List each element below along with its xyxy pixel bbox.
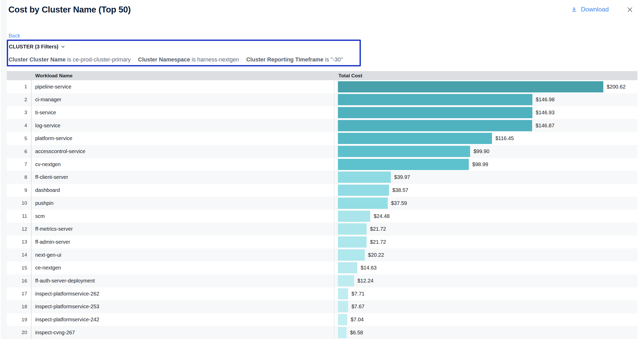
back-link[interactable]: Back: [9, 33, 20, 39]
cost-bar: [338, 94, 532, 105]
cluster-filter-toggle[interactable]: CLUSTER (3 Filters): [9, 44, 65, 50]
row-rank: 19: [7, 313, 27, 326]
cost-cell: $21.72: [338, 223, 386, 236]
filter-namespace: Cluster Namespace is harness-nextgen: [138, 56, 239, 63]
table-row: 15ce-nextgen$14.63: [7, 261, 637, 274]
row-rank: 1: [7, 80, 27, 93]
row-rank: 12: [7, 223, 27, 236]
cost-value: $21.72: [370, 239, 386, 245]
row-rank: 6: [7, 145, 27, 158]
cost-value: $14.63: [361, 265, 376, 271]
cost-value: $7.71: [351, 291, 364, 297]
table-row: 8ff-client-server$39.97: [7, 171, 637, 184]
row-rank: 8: [7, 171, 27, 184]
table-row: 12ff-metrics-server$21.72: [7, 223, 637, 236]
cost-bar: [338, 262, 357, 273]
row-rank: 20: [7, 326, 27, 339]
cost-cell: $146.98: [338, 93, 555, 106]
row-rank: 13: [7, 235, 27, 248]
cost-cell: $21.72: [338, 235, 386, 248]
cost-value: $116.45: [495, 135, 514, 141]
cost-bar: [338, 185, 389, 196]
cost-bar: [338, 198, 388, 209]
table-row: 9dashboard$38.57: [7, 184, 637, 197]
cost-value: $39.97: [394, 174, 410, 180]
table-row: 13ff-admin-server$21.72: [7, 235, 637, 248]
cost-cell: $7.67: [338, 300, 364, 313]
workload-name: inspect-platformservice-262: [35, 287, 99, 300]
row-rank: 7: [7, 158, 27, 171]
filter-cluster-name: Cluster Cluster Name is ce-prod-cluster-…: [9, 56, 131, 63]
cost-bar: [338, 249, 365, 261]
cost-cell: $146.93: [338, 106, 555, 119]
cost-value: $98.99: [472, 161, 488, 167]
row-rank: 18: [7, 300, 27, 313]
page-left-margin: [1, 0, 7, 339]
table-row: 10pushpin$37.59: [7, 197, 637, 210]
workload-name: next-gen-ui: [35, 248, 61, 261]
cost-cell: $12.24: [338, 274, 373, 287]
cost-bar: [338, 133, 492, 144]
table-row: 1pipeline-service$200.62: [7, 80, 637, 93]
cost-by-cluster-panel: Cost by Cluster Name (Top 50) Download B…: [0, 0, 644, 339]
cost-cell: $99.90: [338, 145, 489, 158]
row-rank: 5: [7, 132, 27, 145]
cost-value: $24.48: [374, 213, 390, 219]
workload-name: ff-client-server: [35, 171, 68, 184]
table-row: 6accesscontrol-service$99.90: [7, 145, 637, 158]
cost-value: $12.24: [357, 278, 373, 284]
cost-column-separator: [334, 71, 335, 339]
chevron-down-icon: [61, 45, 65, 49]
cluster-filter-title: CLUSTER (3 Filters): [9, 44, 58, 50]
row-rank: 3: [7, 106, 27, 119]
workload-name: log-service: [35, 119, 60, 132]
cost-bar: [338, 159, 469, 170]
cost-value: $99.90: [473, 148, 489, 154]
workload-name: inspect-cvng-267: [35, 326, 75, 339]
table-row: 4log-service$146.87: [7, 119, 637, 132]
cost-bar: [338, 327, 347, 338]
cost-cell: $14.63: [338, 261, 376, 274]
cost-value: $37.59: [391, 200, 407, 206]
cost-bar: [338, 223, 367, 235]
row-rank: 9: [7, 184, 27, 197]
table-row: 3ti-service$146.93: [7, 106, 637, 119]
cost-value: $200.62: [607, 84, 625, 90]
cost-value: $7.04: [351, 317, 364, 323]
workload-name: ci-manager: [35, 93, 61, 106]
cost-bar: [338, 81, 603, 92]
row-rank: 10: [7, 197, 27, 210]
table-row: 19inspect-platformservice-242$7.04: [7, 313, 637, 326]
download-button[interactable]: Download: [571, 6, 609, 13]
cost-cell: $116.45: [338, 132, 514, 145]
workload-name: inspect-platformservice-242: [35, 313, 99, 326]
cost-cell: $146.87: [338, 119, 555, 132]
table-row: 17inspect-platformservice-262$7.71: [7, 287, 637, 300]
row-rank: 2: [7, 93, 27, 106]
cost-bar: [338, 211, 370, 222]
cost-bar: [338, 236, 367, 248]
cost-bar: [338, 314, 347, 325]
row-rank: 4: [7, 119, 27, 132]
download-label: Download: [581, 6, 609, 13]
table-row: 14next-gen-ui$20.22: [7, 248, 637, 261]
cost-bar: [338, 120, 532, 131]
table-header: Workload Name Total Cost: [7, 71, 637, 80]
cost-value: $146.93: [536, 110, 555, 116]
workload-name: accesscontrol-service: [35, 145, 85, 158]
cost-bar: [338, 107, 532, 118]
workload-name: platform-service: [35, 132, 72, 145]
row-rank: 17: [7, 287, 27, 300]
workload-name: pushpin: [35, 197, 53, 210]
workload-name: ff-auth-server-deployment: [35, 274, 95, 287]
cost-cell: $98.99: [338, 158, 488, 171]
cost-value: $7.67: [351, 304, 364, 310]
row-rank: 14: [7, 248, 27, 261]
table-row: 7cv-nextgen$98.99: [7, 158, 637, 171]
close-button[interactable]: [626, 6, 633, 13]
cost-bar: [338, 146, 470, 157]
row-rank: 11: [7, 210, 27, 223]
table-row: 20inspect-cvng-267$6.58: [7, 326, 637, 339]
cost-cell: $6.58: [338, 326, 363, 339]
cost-cell: $37.59: [338, 197, 407, 210]
